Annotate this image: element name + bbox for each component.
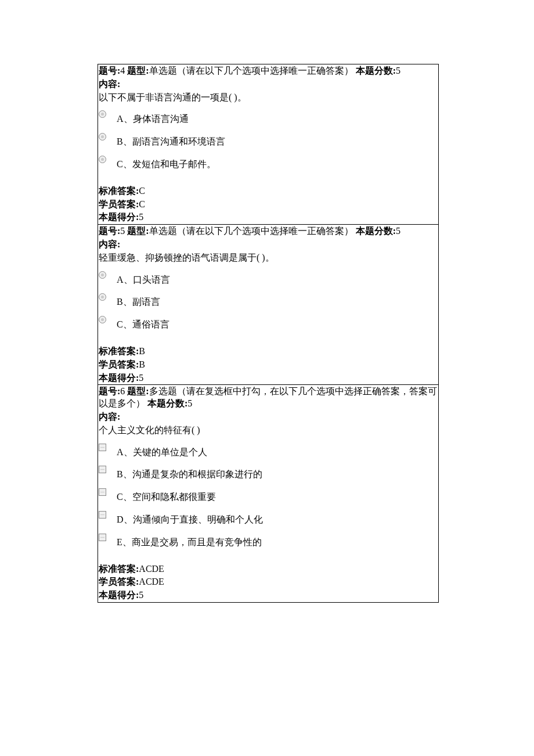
got-score-value: 5 [139, 373, 143, 383]
option-text: C、通俗语言 [117, 315, 169, 331]
option-row: B、沟通是复杂的和根据印象进行的 [98, 464, 438, 482]
option-text: C、空间和隐私都很重要 [117, 488, 216, 503]
option-row: A、口头语言 [98, 269, 438, 287]
question-score: 5 [187, 398, 192, 408]
student-answer-line: 学员答案:C [98, 198, 438, 211]
radio-icon[interactable] [99, 156, 106, 163]
label-qscore: 本题分数: [353, 66, 396, 75]
radio-icon[interactable] [99, 271, 106, 279]
question-block: 题号:6 题型:多选题（请在复选框中打勾，在以下几个选项中选择正确答案，答案可以… [98, 384, 439, 603]
got-score-line: 本题得分:5 [98, 211, 438, 224]
student-answer-line: 学员答案:B [98, 358, 438, 372]
content-label: 内容: [98, 78, 438, 91]
radio-icon[interactable] [99, 133, 106, 141]
option-text: D、沟通倾向于直接、明确和个人化 [117, 510, 263, 526]
question-type: 单选题（请在以下几个选项中选择唯一正确答案） [149, 66, 353, 75]
content-label: 内容: [98, 411, 438, 424]
standard-answer-value: B [139, 346, 145, 356]
option-text: C、发短信和电子邮件。 [117, 155, 216, 171]
content-label: 内容: [98, 238, 438, 251]
standard-answer-label: 标准答案: [99, 186, 139, 196]
got-score-value: 5 [139, 212, 143, 222]
checkbox-icon[interactable] [99, 444, 106, 451]
question-header: 题号:5 题型:单选题（请在以下几个选项中选择唯一正确答案） 本题分数:5 [98, 225, 438, 238]
checkbox-icon[interactable] [99, 488, 106, 496]
student-answer-value: ACDE [139, 577, 164, 586]
label-qtype: 题型: [125, 386, 149, 396]
question-prompt: 个人主义文化的特征有( ) [98, 424, 438, 437]
standard-answer-line: 标准答案:B [98, 345, 438, 358]
got-score-value: 5 [139, 590, 143, 600]
got-score-line: 本题得分:5 [98, 372, 438, 385]
option-text: A、关键的单位是个人 [117, 443, 207, 459]
standard-answer-line: 标准答案:ACDE [98, 563, 438, 576]
question-block: 题号:5 题型:单选题（请在以下几个选项中选择唯一正确答案） 本题分数:5内容:… [98, 224, 439, 384]
option-row: B、副语言 [98, 291, 438, 309]
standard-answer-label: 标准答案: [99, 346, 139, 356]
label-qtype: 题型: [125, 66, 149, 75]
label-qnum: 题号: [99, 386, 120, 396]
question-header: 题号:6 题型:多选题（请在复选框中打勾，在以下几个选项中选择正确答案，答案可以… [98, 385, 438, 411]
student-answer-value: C [139, 199, 145, 209]
option-text: A、口头语言 [117, 271, 170, 286]
option-text: A、身体语言沟通 [117, 110, 189, 125]
checkbox-icon[interactable] [99, 466, 106, 473]
standard-answer-label: 标准答案: [99, 564, 139, 574]
label-qscore: 本题分数: [353, 226, 396, 236]
student-answer-label: 学员答案: [99, 359, 139, 369]
radio-icon[interactable] [99, 316, 106, 323]
student-answer-line: 学员答案:ACDE [98, 575, 438, 589]
label-qnum: 题号: [99, 226, 120, 236]
student-answer-label: 学员答案: [99, 577, 139, 586]
option-row: C、空间和隐私都很重要 [98, 487, 438, 505]
got-score-label: 本题得分: [99, 373, 139, 383]
label-qnum: 题号: [99, 66, 120, 75]
option-row: A、关键的单位是个人 [98, 442, 438, 460]
got-score-label: 本题得分: [99, 590, 139, 600]
option-row: A、身体语言沟通 [98, 109, 438, 127]
quiz-container: 题号:4 题型:单选题（请在以下几个选项中选择唯一正确答案） 本题分数:5内容:… [98, 64, 439, 603]
label-qtype: 题型: [125, 226, 149, 236]
checkbox-icon[interactable] [99, 534, 106, 541]
radio-icon[interactable] [99, 110, 106, 118]
question-header: 题号:4 题型:单选题（请在以下几个选项中选择唯一正确答案） 本题分数:5 [98, 64, 438, 78]
got-score-label: 本题得分: [99, 212, 139, 222]
option-row: D、沟通倾向于直接、明确和个人化 [98, 509, 438, 527]
question-score: 5 [396, 66, 400, 75]
option-row: C、通俗语言 [98, 314, 438, 332]
checkbox-icon[interactable] [99, 511, 106, 519]
option-text: E、商业是交易，而且是有竞争性的 [117, 533, 262, 549]
option-text: B、副语言 [117, 293, 160, 308]
question-block: 题号:4 题型:单选题（请在以下几个选项中选择唯一正确答案） 本题分数:5内容:… [98, 64, 439, 224]
student-answer-value: B [139, 359, 145, 369]
student-answer-label: 学员答案: [99, 199, 139, 209]
standard-answer-value: C [139, 186, 145, 196]
standard-answer-line: 标准答案:C [98, 185, 438, 198]
question-score: 5 [396, 226, 400, 236]
radio-icon[interactable] [99, 293, 106, 301]
question-prompt: 轻重缓急、抑扬顿挫的语气语调是属于( )。 [98, 251, 438, 265]
option-text: B、沟通是复杂的和根据印象进行的 [117, 465, 262, 481]
option-text: B、副语言沟通和环境语言 [117, 132, 225, 148]
standard-answer-value: ACDE [139, 564, 164, 574]
question-type: 单选题（请在以下几个选项中选择唯一正确答案） [149, 226, 353, 236]
option-row: B、副语言沟通和环境语言 [98, 131, 438, 149]
label-qscore: 本题分数: [145, 398, 187, 408]
question-prompt: 以下不属于非语言沟通的一项是( )。 [98, 91, 438, 105]
option-row: E、商业是交易，而且是有竞争性的 [98, 532, 438, 550]
got-score-line: 本题得分:5 [98, 589, 438, 602]
option-row: C、发短信和电子邮件。 [98, 154, 438, 172]
